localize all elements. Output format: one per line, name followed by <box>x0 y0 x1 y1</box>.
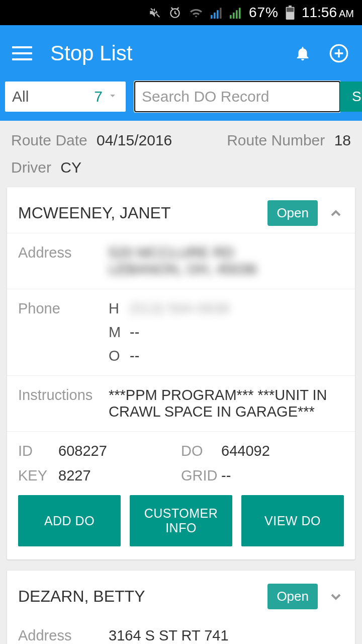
wifi-icon <box>189 7 204 19</box>
notifications-button[interactable] <box>292 42 314 64</box>
bell-icon <box>294 45 311 62</box>
instructions-value: ***PPM PROGRAM*** ***UNIT IN CRAWL SPACE… <box>109 387 344 420</box>
svg-rect-3 <box>217 10 219 19</box>
add-do-button[interactable]: ADD DO <box>18 495 121 546</box>
svg-rect-6 <box>233 13 235 19</box>
filter-label: All <box>12 88 94 105</box>
battery-percent: 67% <box>249 5 279 21</box>
search-input[interactable] <box>135 82 340 112</box>
stop-list: MCWEENEY, JANET Open Address 520 MCCLURE… <box>0 187 362 644</box>
route-summary: Route Date 04/15/2016 Route Number 18 Dr… <box>0 121 362 187</box>
instructions-label: Instructions <box>18 387 109 420</box>
battery-icon <box>286 6 295 20</box>
view-do-button[interactable]: VIEW DO <box>241 495 344 546</box>
chevron-up-icon <box>328 205 344 221</box>
route-date-value: 04/15/2016 <box>97 132 172 148</box>
svg-rect-8 <box>239 8 241 19</box>
mute-icon <box>148 6 161 19</box>
stop-card: MCWEENEY, JANET Open Address 520 MCCLURE… <box>7 187 355 559</box>
customer-info-button[interactable]: CUSTOMER INFO <box>130 495 232 546</box>
driver-value: CY <box>60 159 81 176</box>
page-title: Stop List <box>50 41 278 65</box>
status-badge[interactable]: Open <box>267 584 318 609</box>
route-number-value: 18 <box>334 132 351 148</box>
do-value: 644092 <box>221 443 270 459</box>
alarm-icon <box>168 6 182 19</box>
driver-label: Driver <box>11 159 51 176</box>
svg-rect-7 <box>236 10 238 19</box>
phone-list: H(513) 594-0638 M-- O-- <box>109 300 344 364</box>
key-value: 8227 <box>58 467 91 484</box>
customer-name: DEZARN, BETTY <box>18 587 267 606</box>
svg-rect-11 <box>287 8 294 12</box>
svg-rect-2 <box>214 13 216 19</box>
route-date-label: Route Date <box>11 132 87 148</box>
status-clock: 11:56 AM <box>302 5 354 21</box>
filter-dropdown[interactable]: All 7 <box>5 82 126 112</box>
address-label: Address <box>18 627 109 644</box>
add-button[interactable] <box>328 42 350 64</box>
stop-meta: ID608227 KEY8227 DO644092 GRID-- <box>7 431 355 495</box>
filter-count: 7 <box>94 88 103 105</box>
svg-rect-1 <box>211 15 213 19</box>
stop-card: DEZARN, BETTY Open Address 3164 S ST RT … <box>7 571 355 644</box>
svg-rect-10 <box>289 6 292 7</box>
address-label: Address <box>18 245 109 278</box>
phone-mobile: -- <box>130 324 139 341</box>
customer-name: MCWEENEY, JANET <box>18 204 267 222</box>
android-status-bar: 67% 11:56 AM <box>0 0 362 25</box>
expand-toggle[interactable] <box>328 589 344 605</box>
address-value: 520 MCCLURE RD LEBANON, OH, 45036 <box>109 245 344 278</box>
status-badge[interactable]: Open <box>267 200 318 226</box>
plus-circle-icon <box>329 43 349 63</box>
signal-1-icon <box>211 7 223 19</box>
svg-rect-4 <box>220 8 222 19</box>
phone-home: (513) 594-0638 <box>130 300 229 317</box>
route-number-label: Route Number <box>227 132 325 148</box>
collapse-toggle[interactable] <box>328 205 344 221</box>
signal-2-icon <box>230 7 242 19</box>
phone-other: -- <box>130 348 139 364</box>
svg-rect-5 <box>230 15 232 19</box>
chevron-down-icon <box>328 589 344 605</box>
grid-value: -- <box>221 467 231 484</box>
menu-button[interactable] <box>12 46 32 60</box>
chevron-down-icon <box>107 90 119 104</box>
app-header: Stop List All 7 Search <box>0 25 362 121</box>
search-button[interactable]: Search <box>340 82 362 112</box>
address-value: 3164 S ST RT 741 <box>109 627 344 644</box>
id-value: 608227 <box>58 443 107 459</box>
phone-label: Phone <box>18 300 109 364</box>
